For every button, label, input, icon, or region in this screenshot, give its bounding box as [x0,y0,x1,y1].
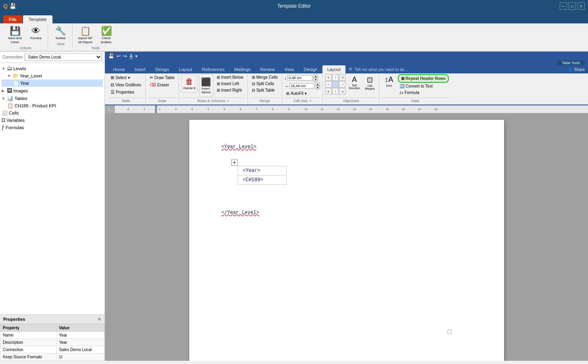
tree-item-images[interactable]: ▶ 🖼 Images [2,87,103,94]
merge-cells-btn[interactable]: ⊞Merge Cells [250,74,279,80]
align-bottom-right[interactable]: ↘ [339,88,345,94]
save-close-button[interactable]: 💾 Save AndClose [5,24,25,46]
tree-item-variables[interactable]: Ω Variables [2,117,103,124]
tab-design2[interactable]: Design [299,65,322,73]
tree-item-year-level[interactable]: ▼ 📁 Year_Level [2,72,103,79]
height-up-btn[interactable]: ▲ [313,74,318,78]
prop-row-description: Description Year [0,339,105,346]
properties-btn[interactable]: ☰Properties [109,89,143,96]
repeat-header-rows-btn[interactable]: ⊞Repeat Header Rows [398,74,449,83]
view-gridlines-btn[interactable]: ⊟View Gridlines [109,82,143,88]
tree-item-levels[interactable]: ▼ 🗂 Levels [2,65,103,72]
minimize-button[interactable]: ─ [560,2,567,10]
prop-formats-value[interactable]: ☑ [56,354,105,361]
align-bottom-center[interactable]: ↓ [332,88,339,94]
align-middle-center[interactable]: · [332,81,339,88]
data-group-label: Data [382,98,449,104]
cell-size-buttons: ↕ ▲ ▼ ↔ ▲ [285,74,320,97]
svg-text:-1: -1 [143,108,145,111]
sort-btn[interactable]: ↕A Sort [382,74,396,89]
actions-group: 💾 Save AndClose 👁 Preview Actions [3,24,48,50]
year-tag: <Year> [243,168,260,174]
prop-col-property: Property [0,324,56,332]
tab-layout2[interactable]: Layout [322,65,345,73]
tab-layout[interactable]: Layout [174,65,197,73]
tab-design[interactable]: Design [151,65,174,73]
alignment-ribbon-group: ↖ ↑ ↗ ← · → ↙ ↓ ↘ [323,74,379,104]
delete-btn[interactable]: 🗑 Delete ▾ [182,74,197,93]
window-controls[interactable]: ─ □ × [560,0,585,12]
align-top-right[interactable]: ↗ [339,74,345,81]
cell-width-input[interactable] [289,83,314,89]
tab-mailings[interactable]: Mailings [229,65,255,73]
word-qa-dropdown[interactable]: ▾ [135,54,138,59]
svg-text:13: 13 [353,108,356,111]
word-undo-btn[interactable]: ↩ [117,53,121,59]
tab-review[interactable]: Review [255,65,280,73]
align-middle-right[interactable]: → [339,81,345,88]
tree-item-ch189[interactable]: 📋 CH189 - Product KPI [2,102,103,109]
convert-to-text-btn[interactable]: 🔤Convert to Text [398,83,449,89]
autofit-btn[interactable]: ⊞AutoFit ▾ [285,90,320,96]
restore-button[interactable]: □ [569,2,576,10]
connection-select[interactable]: Sales Demo Local [25,53,102,61]
ruler-svg: -2 -1 1 2 3 4 5 6 7 8 9 10 11 12 13 14 · [115,105,588,113]
preview-button[interactable]: 👁 Preview [26,24,46,46]
word-format-btn[interactable]: A̲ [130,53,133,59]
share-button[interactable]: 👤Share [568,65,585,73]
doc-area[interactable]: <Year_Level> ✛ <Year> <CH189> [105,113,588,361]
tab-file[interactable]: File [3,15,22,23]
prop-formats-label: Keep Source Formats [0,354,56,361]
draw-ribbon-group: ✏Draw Table ⌫Eraser Draw [146,74,179,104]
insert-left-btn[interactable]: ⊞Insert Left [215,81,245,87]
split-table-btn[interactable]: ⊟Split Table [250,87,279,93]
table-move-handle[interactable]: ✛ [231,159,238,166]
select-dropdown[interactable]: ⊞Select ▾ [109,74,143,81]
tab-home[interactable]: Home [108,65,130,73]
tab-template[interactable]: Template [23,15,52,23]
height-down-btn[interactable]: ▼ [313,78,318,82]
tab-view[interactable]: View [280,65,299,73]
view-group-label: View [56,42,64,46]
cell-height-row: ↕ ▲ ▼ [285,74,320,82]
search-tell-me[interactable]: 🔍 Tell me what you want to do... [349,67,408,72]
tree-item-tables[interactable]: ▼ 📊 Tables [2,94,103,102]
text-direction-btn[interactable]: A TextDirection [347,74,362,91]
tree-item-year[interactable]: 📄 Year [2,79,103,87]
align-top-center[interactable]: ↑ [332,74,339,81]
alignment-group-label: Alignment [325,98,377,104]
cell-size-ribbon-group: ↕ ▲ ▼ ↔ ▲ [282,74,323,104]
table-cell-year[interactable]: <Year> [238,166,286,176]
eraser-btn[interactable]: ⌫Eraser [148,82,176,88]
insert-above-btn[interactable]: ⬛ InsertAbove [199,74,213,97]
insert-right-btn[interactable]: ⊞Insert Right [215,87,245,93]
cell-width-row: ↔ ▲ ▼ [285,82,320,90]
split-cells-btn[interactable]: ⊟Split Cells [250,81,279,87]
cell-margins-btn[interactable]: ⊡ CellMargins [363,74,377,91]
tree-item-formulas[interactable]: ƒ Formulas [2,124,103,131]
width-down-btn[interactable]: ▼ [315,86,320,90]
align-bottom-left[interactable]: ↙ [325,88,332,94]
resize-handle[interactable] [448,330,452,334]
table-cell-ch189[interactable]: <CH189> [238,176,286,185]
toolbar-button[interactable]: 🔧 Toolbar [50,24,71,42]
align-top-left[interactable]: ↖ [325,74,332,81]
insert-below-btn[interactable]: ⊞Insert Below [215,74,245,80]
editor-area: 💾 ↩ ↪ A̲ ▾ Table Tools Home Insert Desig… [105,52,588,361]
tab-references[interactable]: References [197,65,229,73]
check-entities-button[interactable]: ✅ CheckEntities [96,24,116,46]
draw-table-btn[interactable]: ✏Draw Table [148,74,176,81]
svg-text:9: 9 [288,108,290,111]
close-button[interactable]: × [578,2,585,10]
tree-item-cells[interactable]: ⬜ Cells [2,109,103,117]
formula-btn[interactable]: ƒxFormula [398,90,449,96]
draw-group-buttons: ✏Draw Table ⌫Eraser [148,74,176,97]
word-save-btn[interactable]: 💾 [108,53,114,59]
cell-height-input[interactable] [287,75,312,81]
import-np-button[interactable]: 📋 Import NP16 Report [75,24,95,46]
tab-insert[interactable]: Insert [130,65,151,73]
align-middle-left[interactable]: ← [325,81,332,88]
properties-close-button[interactable]: ✕ [97,316,101,322]
width-up-btn[interactable]: ▲ [315,82,320,86]
word-redo-btn[interactable]: ↪ [123,53,127,59]
